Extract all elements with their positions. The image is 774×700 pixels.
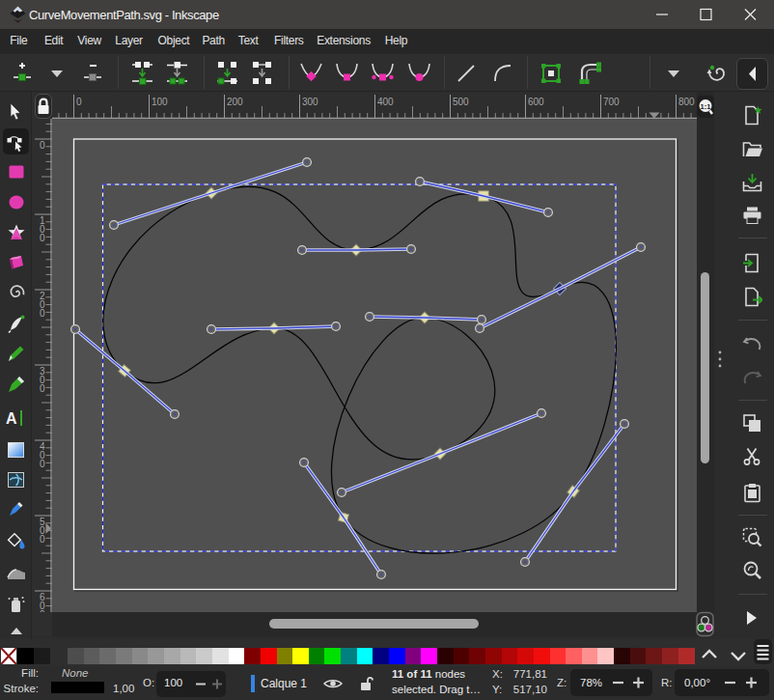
svg-text:0: 0	[40, 308, 45, 319]
svg-text:300: 300	[302, 97, 318, 107]
svg-text:0: 0	[76, 97, 82, 107]
svg-text:1:1: 1:1	[701, 102, 711, 111]
svg-text:0: 0	[40, 459, 45, 469]
svg-text:0: 0	[40, 383, 45, 394]
svg-text:200: 200	[227, 97, 243, 107]
svg-text:0: 0	[40, 233, 45, 243]
svg-text:800: 800	[678, 97, 695, 107]
svg-text:0: 0	[40, 140, 45, 151]
svg-text:0: 0	[40, 534, 45, 545]
svg-text:100: 100	[152, 97, 168, 107]
svg-text:700: 700	[603, 97, 620, 107]
svg-text:400: 400	[377, 97, 394, 107]
svg-text:600: 600	[528, 97, 544, 107]
svg-text:500: 500	[453, 97, 469, 107]
